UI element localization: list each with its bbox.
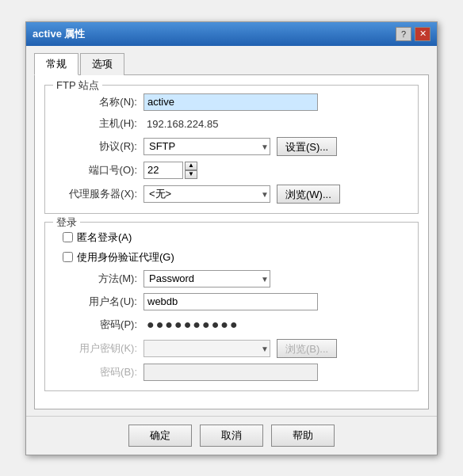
method-row: 方法(M): Password Keyboard Interactive Pub… [56, 270, 407, 288]
protocol-label: 协议(R): [56, 139, 143, 154]
login-section: 登录 匿名登录(A) 使用身份验证代理(G) 方法(M): Password K… [44, 222, 419, 391]
dialog-body: 常规 选项 FTP 站点 名称(N): 主机(H): 192.168.224.8… [26, 46, 437, 416]
anonymous-row: 匿名登录(A) [56, 230, 407, 245]
proxy-label: 代理服务器(X): [56, 187, 143, 201]
port-row: 端口号(O): ▲ ▼ [56, 162, 407, 179]
host-label: 主机(H): [56, 116, 143, 131]
name-row: 名称(N): [56, 93, 407, 111]
password-label: 密码(P): [56, 318, 143, 332]
proxy-row: 代理服务器(X): <无> ▼ 浏览(W)... [56, 185, 407, 204]
protocol-select[interactable]: SFTP FTP FTPS [143, 138, 270, 155]
password-dots: ●●●●●●●●●● [143, 316, 243, 333]
settings-btn[interactable]: 设置(S)... [277, 137, 337, 156]
protocol-select-wrapper: SFTP FTP FTPS ▼ [143, 138, 270, 155]
proxy-select[interactable]: <无> [143, 185, 270, 203]
method-label: 方法(M): [56, 272, 143, 286]
anonymous-checkbox[interactable] [63, 232, 73, 242]
protocol-row: 协议(R): SFTP FTP FTPS ▼ 设置(S)... [56, 137, 407, 156]
password-row: 密码(P): ●●●●●●●●●● [56, 316, 407, 333]
cancel-btn[interactable]: 取消 [200, 425, 263, 447]
method-select[interactable]: Password Keyboard Interactive Public key [143, 270, 270, 288]
tab-options[interactable]: 选项 [80, 53, 124, 75]
pass2-row: 密码(B): [56, 364, 407, 381]
proxy-select-wrapper: <无> ▼ [143, 185, 270, 203]
anonymous-label: 匿名登录(A) [77, 230, 132, 245]
userkey-label: 用户密钥(K): [56, 341, 143, 356]
auth-agent-checkbox[interactable] [63, 252, 73, 262]
title-bar-buttons: ? ✕ [396, 27, 430, 41]
port-label: 端口号(O): [56, 163, 143, 177]
port-down-btn[interactable]: ▼ [185, 170, 197, 179]
browse-b-btn: 浏览(B)... [277, 339, 337, 358]
login-section-title: 登录 [53, 215, 80, 230]
pass2-input [143, 364, 318, 381]
dialog: active 属性 ? ✕ 常规 选项 FTP 站点 名称(N): 主机(H):… [25, 21, 438, 455]
close-title-btn[interactable]: ✕ [415, 27, 430, 41]
name-label: 名称(N): [56, 95, 143, 109]
ok-btn[interactable]: 确定 [128, 425, 192, 447]
host-value: 192.168.224.85 [143, 116, 221, 131]
auth-agent-label: 使用身份验证代理(G) [77, 250, 174, 265]
ftp-section: FTP 站点 名称(N): 主机(H): 192.168.224.85 协议(R… [44, 85, 419, 214]
help-btn[interactable]: 帮助 [271, 425, 335, 447]
tab-content: FTP 站点 名称(N): 主机(H): 192.168.224.85 协议(R… [34, 75, 429, 409]
port-up-btn[interactable]: ▲ [185, 162, 197, 170]
name-input[interactable] [143, 93, 318, 111]
port-spinners: ▲ ▼ [185, 162, 197, 179]
pass2-label: 密码(B): [56, 365, 143, 379]
port-wrapper: ▲ ▼ [143, 162, 197, 179]
username-label: 用户名(U): [56, 295, 143, 309]
tabs: 常规 选项 [34, 52, 429, 75]
auth-agent-row: 使用身份验证代理(G) [56, 250, 407, 265]
browse-w-btn[interactable]: 浏览(W)... [277, 185, 340, 204]
tab-general[interactable]: 常规 [34, 53, 78, 75]
username-row: 用户名(U): [56, 293, 407, 310]
help-title-btn[interactable]: ? [396, 27, 411, 41]
title-bar: active 属性 ? ✕ [26, 22, 437, 46]
dialog-title: active 属性 [33, 27, 85, 41]
port-input[interactable] [143, 162, 183, 179]
host-row: 主机(H): 192.168.224.85 [56, 116, 407, 131]
method-select-wrapper: Password Keyboard Interactive Public key… [143, 270, 270, 288]
dialog-footer: 确定 取消 帮助 [26, 416, 437, 455]
userkey-select [143, 340, 270, 357]
userkey-select-wrapper: ▼ [143, 340, 270, 357]
userkey-row: 用户密钥(K): ▼ 浏览(B)... [56, 339, 407, 358]
username-input[interactable] [143, 293, 318, 310]
ftp-section-title: FTP 站点 [53, 78, 102, 93]
